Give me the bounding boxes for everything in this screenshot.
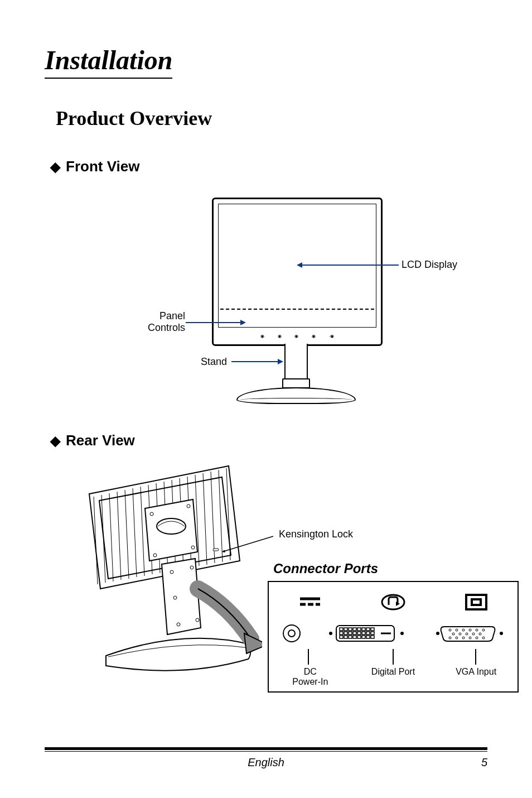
svg-rect-63: [366, 632, 370, 634]
arrow-head-icon: [278, 359, 283, 364]
label-dc-power-in: DC Power-In: [269, 667, 351, 687]
leader-line: [475, 649, 476, 665]
svg-point-46: [288, 630, 295, 637]
svg-point-82: [452, 633, 454, 635]
front-view-figure: ◉◉◉◉·◉ LCD Display Panel Controls Stand: [45, 186, 487, 421]
svg-rect-65: [340, 636, 343, 638]
svg-point-78: [462, 629, 465, 631]
svg-point-90: [469, 637, 471, 639]
svg-point-45: [283, 625, 300, 642]
svg-rect-51: [349, 628, 352, 631]
svg-point-79: [469, 629, 471, 631]
rear-monitor-drawing: [84, 460, 262, 695]
svg-line-6: [125, 490, 129, 579]
connector-label-row: DC Power-In Digital Port VGA Input: [269, 667, 518, 687]
svg-point-76: [449, 629, 451, 631]
svg-line-3: [101, 495, 105, 583]
bullet-diamond-icon: ◆: [50, 159, 60, 175]
svg-rect-68: [353, 636, 356, 638]
monitor-stand-neck: [284, 344, 308, 383]
svg-rect-62: [362, 632, 365, 634]
connector-symbol-row: [269, 591, 518, 613]
section-heading-rear: ◆ Rear View: [50, 432, 487, 449]
connector-ports-title: Connector Ports: [273, 561, 378, 576]
label-digital-port: Digital Port: [352, 667, 434, 687]
dc-power-symbol-icon: [298, 595, 322, 609]
svg-rect-66: [344, 636, 347, 638]
svg-point-87: [449, 637, 451, 639]
svg-rect-71: [366, 636, 370, 638]
arrow-head-icon: [297, 262, 302, 268]
rear-view-figure: Kensington Lock Connector Ports: [45, 460, 487, 706]
svg-rect-56: [371, 628, 374, 631]
svg-point-89: [462, 637, 465, 639]
svg-rect-67: [349, 636, 352, 638]
svg-point-93: [500, 632, 503, 635]
svg-point-47: [329, 632, 332, 635]
page-title: Installation: [45, 45, 172, 79]
monitor-outline: ◉◉◉◉·◉: [212, 198, 383, 346]
svg-rect-54: [362, 628, 365, 631]
svg-rect-49: [340, 628, 343, 631]
leader-line: [393, 649, 394, 665]
label-vga-input: VGA Input: [435, 667, 517, 687]
svg-line-36: [222, 536, 273, 552]
footer-language: English: [67, 756, 465, 769]
label-panel-controls: Panel Controls: [148, 310, 185, 334]
svg-rect-70: [362, 636, 365, 638]
svg-rect-58: [344, 632, 347, 634]
panel-control-icons: ◉◉◉◉·◉: [247, 334, 347, 339]
arrow-line: [301, 265, 399, 266]
svg-rect-59: [349, 632, 352, 634]
svg-point-91: [476, 637, 478, 639]
subtitle: Product Overview: [56, 107, 487, 130]
svg-point-74: [400, 632, 404, 635]
front-view-heading: Front View: [66, 158, 139, 175]
page-footer: English 5: [45, 747, 487, 769]
svg-rect-44: [472, 599, 481, 605]
label-lcd-display: LCD Display: [402, 259, 457, 271]
svg-point-85: [472, 633, 475, 635]
footer-rule-thin: [45, 751, 487, 752]
footer-page-number: 5: [465, 756, 487, 769]
svg-point-88: [456, 637, 458, 639]
monitor-stand-base: [236, 387, 356, 404]
arrow-head-icon: [240, 320, 246, 325]
svg-point-81: [482, 629, 485, 631]
svg-point-25: [157, 518, 186, 534]
svg-line-4: [109, 493, 113, 581]
svg-rect-57: [340, 632, 343, 634]
svg-point-86: [479, 633, 481, 635]
svg-rect-55: [366, 628, 370, 631]
digital-port-symbol-icon: [381, 594, 405, 610]
svg-line-7: [133, 488, 137, 577]
label-stand: Stand: [201, 356, 227, 368]
svg-point-77: [456, 629, 458, 631]
footer-spacer: [45, 756, 67, 769]
svg-rect-69: [357, 636, 361, 638]
io-port-symbol-icon: [464, 593, 489, 612]
svg-rect-72: [371, 636, 374, 638]
page: Installation Product Overview ◆ Front Vi…: [0, 0, 532, 798]
vga-port-icon: [433, 622, 506, 645]
label-kensington-lock: Kensington Lock: [279, 528, 353, 540]
connector-ports-box: DC Power-In Digital Port VGA Input: [268, 581, 519, 693]
leader-line: [217, 533, 279, 555]
arrow-line: [186, 322, 241, 323]
svg-point-75: [436, 632, 439, 635]
dc-jack-icon: [280, 622, 303, 645]
svg-rect-60: [353, 632, 356, 634]
monitor-dashed-line: [220, 309, 374, 310]
svg-line-16: [203, 473, 207, 565]
rear-view-heading: Rear View: [66, 432, 135, 449]
section-heading-front: ◆ Front View: [50, 158, 487, 175]
footer-rule-thick: [45, 747, 487, 750]
svg-point-92: [482, 637, 485, 639]
svg-point-80: [476, 629, 478, 631]
bullet-diamond-icon: ◆: [50, 433, 60, 449]
svg-rect-53: [357, 628, 361, 631]
svg-point-83: [459, 633, 461, 635]
svg-line-8: [141, 487, 144, 576]
svg-point-84: [466, 633, 468, 635]
leader-line: [308, 649, 309, 665]
